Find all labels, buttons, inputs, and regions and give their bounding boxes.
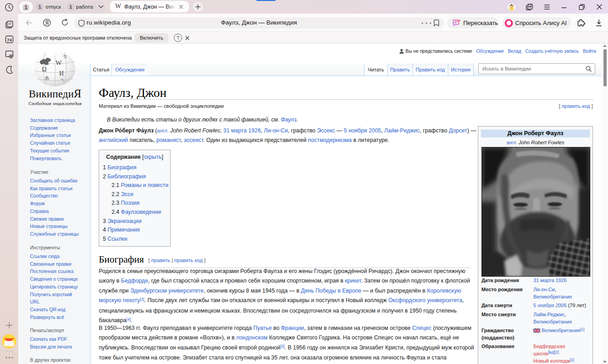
svg-text:74: 74 <box>7 37 12 42</box>
svg-text:W: W <box>56 59 62 66</box>
svg-text:ר: ר <box>61 77 63 83</box>
svg-text:Ω: Ω <box>42 66 46 73</box>
svg-text:糸: 糸 <box>45 76 49 81</box>
svg-text:И: И <box>59 70 64 77</box>
svg-text:1: 1 <box>25 5 27 10</box>
svg-text:ფ: ფ <box>63 54 66 58</box>
